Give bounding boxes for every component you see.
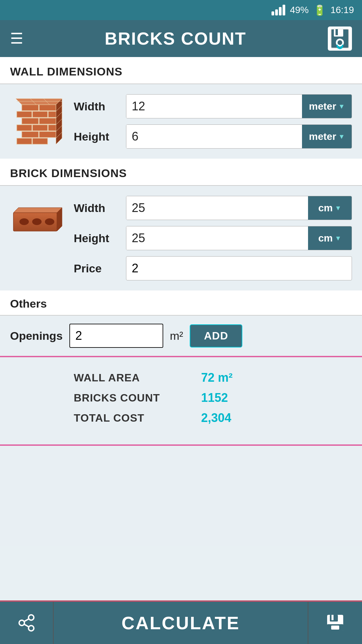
svg-line-40 [24, 624, 29, 627]
wall-height-input-group: meter [126, 124, 352, 149]
brick-width-row: Width cm [74, 196, 352, 220]
wall-icon [10, 95, 64, 148]
share-button[interactable] [0, 602, 54, 644]
total-cost-row: TOTAL COST 2,304 [74, 411, 352, 425]
wall-width-unit[interactable]: meter [302, 95, 352, 118]
openings-label: Openings [10, 329, 63, 342]
app-title: BRICKS COUNT [105, 29, 246, 49]
wall-height-unit[interactable]: meter [302, 125, 352, 148]
time-label: 16:19 [330, 5, 354, 15]
svg-point-5 [338, 40, 342, 45]
brick-height-row: Height cm [74, 226, 352, 250]
svg-point-33 [45, 218, 54, 225]
bottom-bar: CALCULATE [0, 600, 362, 644]
others-section: Others Openings m² ADD [0, 290, 362, 356]
brick-height-label: Height [74, 232, 121, 245]
brick-dimensions-header: BRICK DIMENSIONS [0, 159, 362, 186]
svg-rect-16 [22, 131, 39, 138]
content-area: WALL DIMENSIONS [0, 57, 362, 600]
total-cost-label: TOTAL COST [74, 412, 188, 424]
others-content: Openings m² ADD [0, 316, 362, 356]
calculate-button[interactable]: CALCULATE [54, 602, 308, 644]
svg-marker-20 [16, 99, 62, 105]
svg-rect-14 [33, 125, 48, 131]
app-bar: ☰ BRICKS COUNT [0, 20, 362, 57]
wall-width-input-group: meter [126, 94, 352, 118]
save-button[interactable] [308, 602, 362, 644]
wall-dimension-fields: Width meter Height meter [74, 94, 352, 149]
svg-rect-18 [17, 138, 32, 144]
wall-dimensions-section: Width meter Height meter [0, 84, 362, 159]
svg-rect-45 [331, 626, 339, 630]
battery-label: 49% [290, 5, 309, 15]
save-floppy-icon [325, 613, 345, 633]
brick-dimension-fields: Width cm Height cm Price [74, 196, 352, 280]
wall-dimensions-header: WALL DIMENSIONS [0, 57, 362, 84]
svg-rect-10 [48, 111, 56, 117]
battery-icon: 🔋 [313, 4, 326, 16]
wall-height-row: Height meter [74, 124, 352, 149]
svg-rect-6 [22, 105, 39, 111]
svg-rect-12 [39, 118, 56, 124]
status-bar: 49% 🔋 16:19 [0, 0, 362, 20]
svg-marker-34 [13, 208, 62, 213]
brick-dimensions-section: Width cm Height cm Price [0, 186, 362, 290]
add-button[interactable]: ADD [190, 324, 242, 347]
svg-rect-13 [17, 125, 32, 131]
svg-rect-43 [331, 615, 334, 620]
svg-point-36 [28, 615, 34, 620]
signal-icon [272, 5, 285, 15]
share-icon [17, 613, 36, 632]
brick-height-unit[interactable]: cm [308, 226, 352, 250]
brick-height-input-group: cm [126, 226, 352, 250]
svg-rect-8 [17, 111, 32, 117]
bricks-count-label: BRICKS COUNT [74, 392, 188, 404]
svg-line-39 [24, 619, 29, 622]
wall-width-label: Width [74, 100, 121, 113]
brick-width-unit[interactable]: cm [308, 196, 352, 220]
menu-icon[interactable]: ☰ [10, 31, 23, 46]
svg-point-38 [28, 626, 34, 631]
openings-unit: m² [170, 329, 183, 342]
brick-icon [10, 203, 64, 236]
svg-rect-11 [22, 118, 39, 124]
svg-rect-9 [33, 111, 48, 117]
brick-price-row: Price [74, 256, 352, 280]
others-header: Others [0, 290, 362, 316]
svg-rect-2 [334, 29, 343, 37]
bricks-count-value: 1152 [201, 391, 228, 405]
wall-area-row: WALL AREA 72 m² [74, 371, 352, 385]
brick-price-input[interactable] [126, 256, 352, 280]
brick-height-input[interactable] [126, 226, 308, 250]
total-cost-value: 2,304 [201, 411, 231, 425]
svg-point-31 [19, 218, 29, 225]
wall-height-input[interactable] [126, 125, 302, 148]
brick-price-label: Price [74, 262, 121, 275]
svg-rect-3 [336, 29, 338, 35]
app-save-icon[interactable] [328, 26, 352, 51]
wall-width-input[interactable] [126, 95, 302, 118]
wall-height-label: Height [74, 130, 121, 143]
svg-point-32 [32, 218, 42, 225]
brick-width-input[interactable] [126, 196, 308, 220]
brick-width-input-group: cm [126, 196, 352, 220]
wall-area-label: WALL AREA [74, 372, 188, 384]
brick-width-label: Width [74, 202, 121, 215]
svg-rect-17 [39, 131, 56, 138]
svg-rect-15 [48, 125, 56, 131]
svg-rect-19 [33, 138, 48, 144]
openings-input[interactable] [69, 324, 163, 348]
spacer [0, 446, 362, 546]
bricks-count-row: BRICKS COUNT 1152 [74, 391, 352, 405]
wall-area-value: 72 m² [201, 371, 233, 385]
svg-rect-42 [330, 615, 338, 622]
svg-rect-7 [39, 105, 56, 111]
svg-point-37 [19, 620, 24, 626]
wall-width-row: Width meter [74, 94, 352, 118]
results-section: WALL AREA 72 m² BRICKS COUNT 1152 TOTAL … [0, 357, 362, 444]
